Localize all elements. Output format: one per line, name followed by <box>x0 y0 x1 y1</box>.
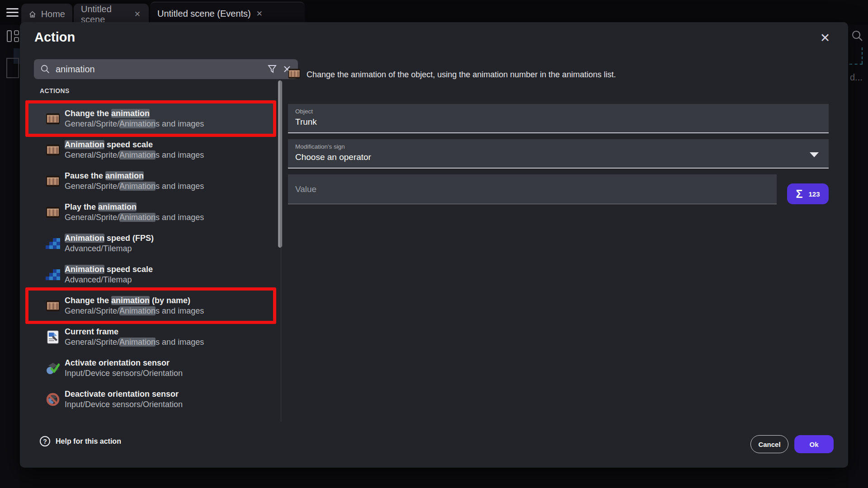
action-title: Change the animation (by name) <box>65 296 204 306</box>
action-subtitle: Advanced/Tilemap <box>65 244 154 254</box>
close-icon[interactable]: ✕ <box>816 29 834 47</box>
tilemap-icon <box>45 269 61 281</box>
value-input[interactable] <box>288 174 777 204</box>
action-list-item[interactable]: Animation speed scale General/Sprite/Ani… <box>28 134 274 165</box>
action-title: Animation speed scale <box>65 264 153 275</box>
action-list-item[interactable]: Deactivate orientation sensor Input/Devi… <box>28 384 274 415</box>
action-subtitle: General/Sprite/Animations and images <box>65 306 204 316</box>
action-list-item[interactable]: Change the animation (by name) General/S… <box>28 290 274 321</box>
action-list-item[interactable]: Pause the animation General/Sprite/Anima… <box>28 165 274 197</box>
action-dialog: Action ✕ ACTIONS Change the animation Ge… <box>20 22 848 468</box>
sensor-active-icon <box>45 361 61 375</box>
action-title: Change the animation <box>65 108 204 119</box>
object-field-label: Object <box>295 108 821 115</box>
action-title: Animation speed scale <box>65 140 204 150</box>
action-title: Play the animation <box>65 202 204 212</box>
selection-marquee <box>862 47 863 64</box>
filter-icon[interactable] <box>267 64 277 74</box>
action-description: Change the animation of the object, usin… <box>307 68 840 81</box>
search-input[interactable] <box>56 64 262 75</box>
modification-sign-label: Modification's sign <box>295 143 821 150</box>
action-list-item[interactable]: Activate orientation sensor Input/Device… <box>28 352 274 384</box>
chevron-down-icon <box>810 152 819 157</box>
tab-close-icon[interactable]: ✕ <box>255 9 264 19</box>
cancel-button[interactable]: Cancel <box>750 435 788 453</box>
help-icon: ? <box>40 436 50 446</box>
truncated-event-text: d... <box>850 72 863 83</box>
action-subtitle: General/Sprite/Animations and images <box>65 212 204 223</box>
tab-label: Untitled scene <box>81 4 129 25</box>
tab-close-icon[interactable]: ✕ <box>133 9 142 19</box>
sprite-animation-icon <box>45 176 61 187</box>
search-icon <box>40 64 50 74</box>
action-subtitle: Input/Device sensors/Orientation <box>65 368 183 379</box>
menu-icon[interactable] <box>6 8 19 17</box>
tab-untitled-scene[interactable]: Untitled scene ✕ <box>74 4 149 25</box>
object-field[interactable]: Object Trunk <box>288 104 829 133</box>
sprite-animation-icon <box>288 68 301 81</box>
sigma-icon: Σ <box>796 188 802 201</box>
sprite-animation-icon <box>45 207 61 218</box>
panel-divider <box>281 80 281 422</box>
action-subtitle: General/Sprite/Animations and images <box>65 181 204 192</box>
expression-123-label: 123 <box>808 190 820 198</box>
action-list-item[interactable]: Current frame General/Sprite/Animations … <box>28 321 274 352</box>
expression-editor-button[interactable]: Σ 123 <box>787 183 829 204</box>
action-title: Animation speed (FPS) <box>65 233 154 244</box>
sprite-animation-icon <box>45 113 61 124</box>
sprite-animation-icon <box>45 300 61 311</box>
actions-section-header: ACTIONS <box>40 87 70 94</box>
grid-view-icon[interactable] <box>7 30 19 43</box>
window-topbar: Home Untitled scene ✕ Untitled scene (Ev… <box>0 0 868 25</box>
tab-untitled-scene-events[interactable]: Untitled scene (Events) ✕ <box>150 2 305 25</box>
action-subtitle: Advanced/Tilemap <box>65 275 153 285</box>
action-search-box[interactable] <box>34 59 298 79</box>
ok-button[interactable]: Ok <box>794 435 834 453</box>
action-list-item[interactable]: Animation speed (FPS) Advanced/Tilemap <box>28 228 274 259</box>
action-title: Deactivate orientation sensor <box>65 389 183 399</box>
tab-label: Untitled scene (Events) <box>157 9 251 19</box>
list-scrollbar[interactable] <box>278 80 282 248</box>
action-list-item[interactable]: Animation speed scale Advanced/Tilemap <box>28 259 274 290</box>
tab-home[interactable]: Home <box>21 4 72 25</box>
home-icon <box>28 10 37 19</box>
background-right-panel: d... <box>848 25 868 488</box>
background-button-fragment <box>6 58 19 78</box>
search-icon[interactable] <box>851 29 863 42</box>
object-field-value: Trunk <box>295 117 821 127</box>
sensor-inactive-icon <box>45 393 61 406</box>
action-subtitle: General/Sprite/Animations and images <box>65 119 204 129</box>
current-frame-icon <box>45 330 61 344</box>
action-subtitle: General/Sprite/Animations and images <box>65 150 204 160</box>
tilemap-icon <box>45 238 61 249</box>
action-title: Pause the animation <box>65 171 204 181</box>
help-link[interactable]: ? Help for this action <box>40 436 121 446</box>
help-label: Help for this action <box>56 437 121 446</box>
tab-label: Home <box>41 9 65 19</box>
action-title: Current frame <box>65 327 204 337</box>
action-title: Activate orientation sensor <box>65 358 183 368</box>
action-list-item[interactable]: Change the animation General/Sprite/Anim… <box>28 103 274 134</box>
action-subtitle: General/Sprite/Animations and images <box>65 337 204 347</box>
dialog-title: Action <box>34 30 75 45</box>
modification-sign-value: Choose an operator <box>295 152 821 162</box>
value-field <box>288 174 777 204</box>
action-list-item[interactable]: Play the animation General/Sprite/Animat… <box>28 197 274 228</box>
background-left-toolbar <box>0 25 20 488</box>
action-subtitle: Input/Device sensors/Orientation <box>65 399 183 410</box>
modification-sign-field[interactable]: Modification's sign Choose an operator <box>288 139 829 169</box>
sprite-animation-icon <box>45 145 61 155</box>
actions-list: Change the animation General/Sprite/Anim… <box>28 103 274 415</box>
